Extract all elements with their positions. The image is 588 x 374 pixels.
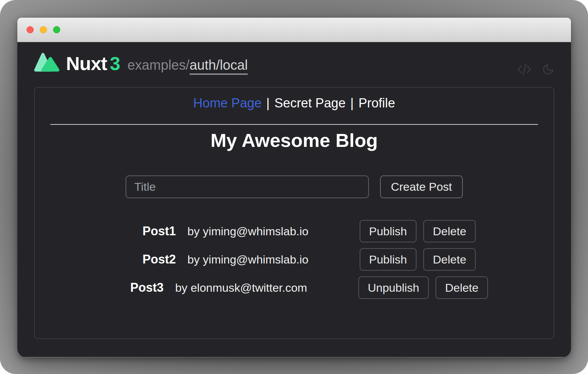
post-row: Post3 by elonmusk@twitter.com Unpublish …: [65, 276, 554, 299]
publish-post-button[interactable]: Publish: [360, 220, 417, 242]
post-actions: Unpublish Delete: [358, 276, 488, 299]
minimize-window-button[interactable]: [40, 26, 47, 33]
window-titlebar: [17, 18, 571, 42]
brand-title: Nuxt3: [66, 54, 120, 73]
post-author: by yiming@whimslab.io: [187, 253, 309, 266]
main-panel: Home Page|Secret Page|Profile My Awesome…: [34, 87, 554, 339]
delete-post-button[interactable]: Delete: [423, 248, 476, 271]
dark-mode-moon-icon[interactable]: [542, 63, 554, 75]
nav-link-profile[interactable]: Profile: [358, 96, 395, 110]
post-actions: Publish Delete: [360, 248, 476, 271]
source-code-icon[interactable]: [517, 64, 532, 75]
create-post-button[interactable]: Create Post: [380, 175, 463, 198]
nuxt-logo-icon: [34, 52, 60, 73]
page-title: My Awesome Blog: [35, 129, 554, 152]
breadcrumb: examples/auth/local: [128, 57, 248, 73]
close-window-button[interactable]: [27, 26, 34, 33]
post-title: Post1: [143, 224, 176, 238]
nav-link-secret-page[interactable]: Secret Page: [274, 96, 345, 110]
zoom-window-button[interactable]: [53, 26, 60, 33]
brand-name: Nuxt: [66, 53, 107, 74]
nav-divider: [50, 124, 538, 125]
post-list: Post1 by yiming@whimslab.io Publish Dele…: [65, 220, 554, 299]
nav-separator: |: [266, 96, 270, 110]
page-nav: Home Page|Secret Page|Profile: [35, 88, 554, 111]
app-header: Nuxt3 examples/auth/local: [34, 42, 554, 73]
post-title-input[interactable]: [126, 175, 369, 198]
breadcrumb-link[interactable]: auth/local: [190, 57, 248, 75]
publish-post-button[interactable]: Publish: [360, 248, 417, 271]
breadcrumb-prefix: examples/: [128, 57, 190, 72]
post-row: Post2 by yiming@whimslab.io Publish Dele…: [65, 248, 554, 271]
nav-link-home-page[interactable]: Home Page: [193, 96, 262, 110]
post-author: by yiming@whimslab.io: [187, 225, 309, 238]
delete-post-button[interactable]: Delete: [423, 220, 476, 242]
brand-version: 3: [110, 53, 120, 74]
browser-window: Nuxt3 examples/auth/local Home Page|Secr…: [17, 18, 571, 357]
post-title: Post3: [130, 280, 164, 295]
post-title: Post2: [143, 252, 176, 267]
nav-separator: |: [350, 96, 354, 110]
app-content: Nuxt3 examples/auth/local Home Page|Secr…: [17, 42, 571, 357]
post-actions: Publish Delete: [360, 220, 476, 242]
create-post-form: Create Post: [35, 175, 554, 198]
unpublish-post-button[interactable]: Unpublish: [358, 276, 429, 299]
post-author: by elonmusk@twitter.com: [175, 281, 307, 294]
header-icons: [517, 63, 554, 75]
delete-post-button[interactable]: Delete: [436, 276, 488, 299]
post-row: Post1 by yiming@whimslab.io Publish Dele…: [65, 220, 554, 242]
